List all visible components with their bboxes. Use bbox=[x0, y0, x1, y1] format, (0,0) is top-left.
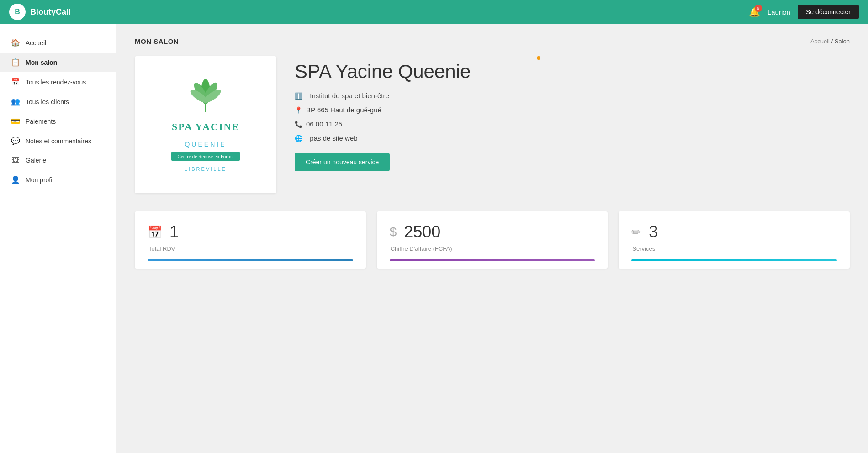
sidebar-label: Accueil bbox=[26, 39, 46, 47]
salon-website: pas de site web bbox=[310, 134, 357, 142]
info-icon: ℹ️ bbox=[295, 92, 302, 100]
spa-leaf-icon bbox=[171, 78, 240, 116]
sidebar-icon: 🏠 bbox=[11, 38, 20, 47]
stat-top: ✏ 3 bbox=[631, 222, 837, 242]
header-right: 🔔 9 Laurion Se déconnecter bbox=[749, 5, 859, 19]
sidebar-label: Galerie bbox=[26, 157, 46, 164]
salon-logo-name-top: SPA YACINE bbox=[171, 121, 240, 133]
stat-card-1: $ 2500 Chiffre D'affaire (FCFA) bbox=[377, 211, 608, 269]
sidebar-item-tous-les-rendez-vous[interactable]: 📅Tous les rendez-vous bbox=[0, 72, 116, 92]
stat-bar bbox=[390, 259, 595, 261]
stat-bar bbox=[631, 259, 837, 261]
website-icon: 🌐 bbox=[295, 135, 302, 142]
stat-value: 3 bbox=[649, 222, 658, 242]
salon-website-row: 🌐 : pas de site web bbox=[295, 134, 850, 142]
sidebar-item-mon-salon[interactable]: 📋Mon salon bbox=[0, 53, 116, 72]
sidebar-icon: 📅 bbox=[11, 78, 20, 86]
sidebar-label: Mon profil bbox=[26, 176, 53, 184]
salon-logo-card: SPA YACINE QUEENIE Centre de Remise en F… bbox=[135, 56, 276, 193]
sidebar-icon: 🖼 bbox=[11, 156, 20, 164]
sidebar: 🏠Accueil📋Mon salon📅Tous les rendez-vous👥… bbox=[0, 24, 116, 453]
stat-icon: ✏ bbox=[631, 225, 641, 239]
stat-label: Services bbox=[632, 245, 837, 252]
breadcrumb-current: Salon bbox=[835, 38, 850, 45]
breadcrumb: Accueil / Salon bbox=[810, 38, 850, 45]
page-title: MON SALON bbox=[135, 37, 179, 45]
stat-top: $ 2500 bbox=[390, 222, 595, 242]
header: B BioutyCall 🔔 9 Laurion Se déconnecter bbox=[0, 0, 868, 24]
salon-logo-inner: SPA YACINE QUEENIE Centre de Remise en F… bbox=[171, 78, 240, 172]
username-label: Laurion bbox=[767, 8, 790, 16]
logout-button[interactable]: Se déconnecter bbox=[798, 5, 859, 19]
salon-logo-city: LIBREVILLE bbox=[171, 166, 240, 172]
notification-badge: 9 bbox=[755, 5, 762, 12]
stat-top: 📅 1 bbox=[148, 222, 353, 242]
stat-card-2: ✏ 3 Services bbox=[619, 211, 850, 269]
logo-icon: B bbox=[9, 4, 26, 20]
location-icon: 📍 bbox=[295, 106, 302, 114]
sidebar-label: Mon salon bbox=[26, 59, 57, 66]
layout: 🏠Accueil📋Mon salon📅Tous les rendez-vous👥… bbox=[0, 24, 868, 453]
phone-icon: 📞 bbox=[295, 121, 302, 128]
notification-button[interactable]: 🔔 9 bbox=[749, 6, 760, 17]
sidebar-label: Paiements bbox=[26, 118, 56, 125]
sidebar-item-notes-et-commentaires[interactable]: 💬Notes et commentaires bbox=[0, 131, 116, 151]
sidebar-item-tous-les-clients[interactable]: 👥Tous les clients bbox=[0, 92, 116, 111]
sidebar-icon: 💳 bbox=[11, 117, 20, 126]
stat-label: Total RDV bbox=[148, 245, 353, 252]
create-service-button[interactable]: Créer un nouveau service bbox=[295, 153, 390, 171]
sidebar-item-accueil[interactable]: 🏠Accueil bbox=[0, 33, 116, 53]
stat-icon: 📅 bbox=[148, 225, 162, 239]
stat-value: 1 bbox=[169, 222, 179, 242]
breadcrumb-separator: / bbox=[830, 38, 835, 45]
stat-value: 2500 bbox=[404, 222, 440, 242]
salon-name: SPA Yacine Queenie bbox=[295, 61, 850, 83]
salon-section: SPA YACINE QUEENIE Centre de Remise en F… bbox=[135, 56, 850, 193]
salon-description: : Institut de spa et bien-être bbox=[306, 92, 389, 100]
orange-dot bbox=[537, 56, 540, 60]
salon-address-row: 📍 BP 665 Haut de gué-gué bbox=[295, 106, 850, 114]
salon-address: BP 665 Haut de gué-gué bbox=[306, 106, 381, 114]
breadcrumb-home[interactable]: Accueil bbox=[810, 38, 830, 45]
stat-card-0: 📅 1 Total RDV bbox=[135, 211, 366, 269]
sidebar-item-mon-profil[interactable]: 👤Mon profil bbox=[0, 170, 116, 190]
salon-description-row: ℹ️ : Institut de spa et bien-être bbox=[295, 92, 850, 100]
salon-phone-row: 📞 06 00 11 25 bbox=[295, 120, 850, 128]
sidebar-label: Tous les clients bbox=[26, 98, 69, 105]
sidebar-item-paiements[interactable]: 💳Paiements bbox=[0, 111, 116, 131]
app-logo: B BioutyCall bbox=[9, 4, 71, 20]
stats-row: 📅 1 Total RDV $ 2500 Chiffre D'affaire (… bbox=[135, 211, 850, 269]
spa-divider bbox=[178, 137, 233, 137]
stat-bar bbox=[148, 259, 353, 261]
salon-logo-badge: Centre de Remise en Forme bbox=[171, 152, 240, 161]
sidebar-icon: 👤 bbox=[11, 175, 20, 184]
main-content: MON SALON Accueil / Salon bbox=[116, 24, 868, 453]
app-name: BioutyCall bbox=[30, 7, 71, 17]
sidebar-icon: 💬 bbox=[11, 137, 20, 145]
salon-logo-name-sub: QUEENIE bbox=[171, 141, 240, 148]
sidebar-label: Notes et commentaires bbox=[26, 137, 91, 145]
stat-icon: $ bbox=[390, 225, 397, 239]
salon-phone: 06 00 11 25 bbox=[306, 120, 342, 128]
salon-info: SPA Yacine Queenie ℹ️ : Institut de spa … bbox=[295, 56, 850, 171]
stat-label: Chiffre D'affaire (FCFA) bbox=[391, 245, 595, 252]
sidebar-icon: 📋 bbox=[11, 58, 20, 67]
sidebar-icon: 👥 bbox=[11, 97, 20, 106]
sidebar-item-galerie[interactable]: 🖼Galerie bbox=[0, 151, 116, 170]
sidebar-label: Tous les rendez-vous bbox=[26, 79, 86, 86]
page-header: MON SALON Accueil / Salon bbox=[135, 37, 850, 45]
